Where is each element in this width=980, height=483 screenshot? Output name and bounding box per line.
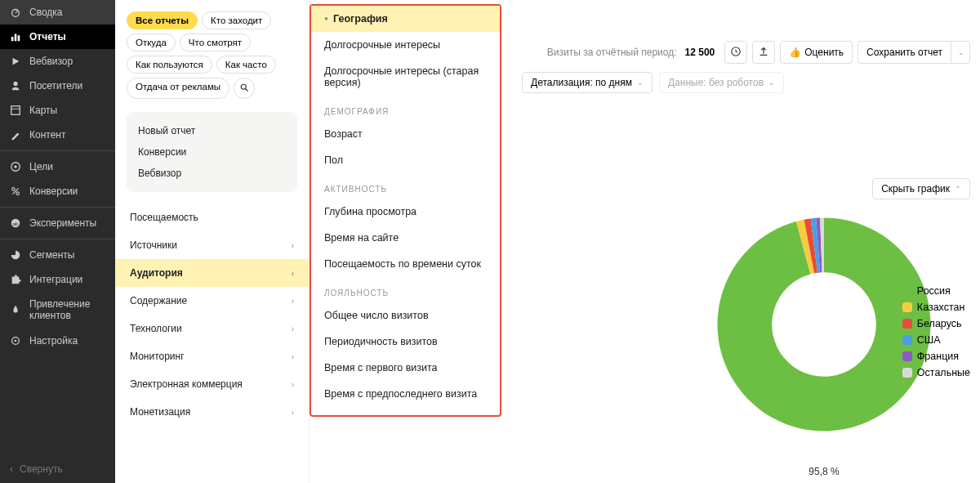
chevron-up-icon: ⌃ bbox=[955, 185, 961, 193]
visits-value: 12 500 bbox=[685, 47, 715, 58]
chevron-right-icon: › bbox=[292, 241, 294, 250]
chevron-right-icon: › bbox=[292, 324, 294, 333]
svg-rect-7 bbox=[11, 106, 20, 115]
pen-icon bbox=[10, 129, 21, 141]
chip-what[interactable]: Что смотрят bbox=[180, 34, 251, 51]
svg-marker-5 bbox=[13, 58, 20, 65]
detail-select[interactable]: Детализация: по дням⌄ bbox=[522, 72, 653, 93]
upload-icon bbox=[758, 46, 769, 60]
side-webvisor[interactable]: Вебвизор bbox=[0, 49, 115, 74]
quick-webvisor[interactable]: Вебвизор bbox=[138, 163, 286, 184]
chevron-down-icon: ⌄ bbox=[768, 78, 775, 87]
side-experiments[interactable]: abЭксперименты bbox=[0, 211, 115, 235]
pie-icon bbox=[10, 249, 21, 261]
topbar: Визиты за отчётный период: 12 500 👍Оцени… bbox=[547, 41, 970, 64]
export-button[interactable] bbox=[752, 41, 775, 64]
submenu-audience: ГеографияДолгосрочные интересыДолгосрочн… bbox=[310, 4, 501, 417]
chevron-right-icon: › bbox=[292, 380, 294, 389]
chevron-right-icon: › bbox=[292, 297, 294, 306]
layout-icon bbox=[10, 105, 21, 116]
hide-chart-button[interactable]: Скрыть график⌃ bbox=[872, 178, 970, 199]
sub-Долгосрочные интересы (старая версия)[interactable]: Долгосрочные интересы (старая версия) bbox=[311, 58, 500, 96]
chip-from[interactable]: Откуда bbox=[127, 34, 176, 51]
cat-Мониторинг[interactable]: Мониторинг› bbox=[115, 342, 309, 370]
side-collapse[interactable]: ‹Свернуть bbox=[0, 455, 115, 483]
legend-Беларусь[interactable]: Беларусь bbox=[902, 315, 970, 332]
svg-point-18 bbox=[241, 84, 246, 89]
chevron-left-icon: ‹ bbox=[10, 463, 13, 475]
legend-swatch bbox=[902, 351, 912, 361]
sub-Посещаемость по времени суток[interactable]: Посещаемость по времени суток bbox=[311, 251, 500, 277]
rate-button[interactable]: 👍Оценить bbox=[780, 41, 853, 64]
side-settings[interactable]: Настройка bbox=[0, 329, 115, 353]
side-segments[interactable]: Сегменты bbox=[0, 243, 115, 267]
chip-how[interactable]: Как пользуются bbox=[127, 56, 212, 74]
sub-Возраст[interactable]: Возраст bbox=[311, 121, 500, 147]
cat-Источники[interactable]: Источники› bbox=[115, 231, 309, 259]
side-maps[interactable]: Карты bbox=[0, 98, 115, 123]
target-icon bbox=[10, 161, 21, 172]
save-report-dropdown[interactable]: ⌄ bbox=[951, 41, 970, 64]
person-icon bbox=[10, 80, 21, 92]
cat-Аудитория[interactable]: Аудитория› bbox=[115, 259, 309, 287]
sub-Пол[interactable]: Пол bbox=[311, 147, 500, 173]
chip-search[interactable] bbox=[234, 78, 255, 99]
cat-Посещаемость[interactable]: Посещаемость bbox=[115, 203, 309, 231]
quick-new[interactable]: Новый отчет bbox=[138, 120, 286, 141]
cat-Монетизация[interactable]: Монетизация› bbox=[115, 398, 309, 426]
legend-Франция[interactable]: Франция bbox=[902, 348, 970, 364]
legend-США[interactable]: США bbox=[902, 332, 970, 348]
svg-rect-4 bbox=[18, 35, 20, 41]
legend-swatch bbox=[902, 319, 912, 329]
legend-swatch bbox=[902, 335, 912, 345]
side-integrations[interactable]: Интеграции bbox=[0, 267, 115, 292]
side-goals[interactable]: Цели bbox=[0, 154, 115, 179]
visits-label: Визиты за отчётный период: bbox=[547, 47, 677, 58]
cat-Электронная коммерция[interactable]: Электронная коммерция› bbox=[115, 370, 309, 398]
sub-Время с предпоследнего визита[interactable]: Время с предпоследнего визита bbox=[311, 381, 500, 407]
quick-box: Новый отчет Конверсии Вебвизор bbox=[127, 112, 297, 192]
save-report-button[interactable]: Сохранить отчет bbox=[858, 41, 951, 64]
sub-Долгосрочные интересы[interactable]: Долгосрочные интересы bbox=[311, 32, 500, 58]
side-summary[interactable]: Сводка bbox=[0, 0, 115, 25]
chart-legend: РоссияКазахстанБеларусьСШАФранцияОстальн… bbox=[902, 283, 970, 381]
svg-point-6 bbox=[13, 82, 17, 86]
sub-Время на сайте[interactable]: Время на сайте bbox=[311, 225, 500, 251]
sub-Время с первого визита[interactable]: Время с первого визита bbox=[311, 355, 500, 381]
legend-Россия[interactable]: Россия bbox=[902, 283, 970, 299]
sub-Общее число визитов[interactable]: Общее число визитов bbox=[311, 302, 500, 329]
chip-row: Все отчеты Кто заходит Откуда Что смотря… bbox=[115, 7, 309, 107]
hide-chart-row: Скрыть график⌃ bbox=[872, 178, 970, 199]
side-conversions[interactable]: Конверсии bbox=[0, 179, 115, 203]
chip-ads[interactable]: Отдача от рекламы bbox=[127, 78, 229, 99]
side-visitors[interactable]: Посетители bbox=[0, 74, 115, 98]
sub-География[interactable]: География bbox=[311, 6, 500, 32]
refresh-button[interactable] bbox=[724, 41, 747, 64]
chip-all[interactable]: Все отчеты bbox=[127, 11, 198, 29]
cat-Технологии[interactable]: Технологии› bbox=[115, 315, 309, 342]
sub-Глубина просмотра[interactable]: Глубина просмотра bbox=[311, 199, 500, 225]
svg-rect-2 bbox=[11, 37, 14, 41]
chip-who[interactable]: Кто заходит bbox=[202, 11, 271, 29]
svg-rect-3 bbox=[15, 34, 17, 42]
sub-Периодичность визитов[interactable]: Периодичность визитов bbox=[311, 329, 500, 355]
filter-row: Детализация: по дням⌄ Данные: без робото… bbox=[522, 72, 784, 93]
clock-icon bbox=[730, 46, 742, 60]
percent-icon bbox=[10, 186, 21, 197]
chip-often[interactable]: Как часто bbox=[216, 56, 276, 74]
quick-conv[interactable]: Конверсии bbox=[138, 141, 286, 163]
bars-icon bbox=[10, 31, 21, 42]
sidebar: Сводка Отчеты Вебвизор Посетители Карты … bbox=[0, 0, 115, 483]
sub-header: АКТИВНОСТЬ bbox=[311, 173, 500, 199]
legend-Казахстан[interactable]: Казахстан bbox=[902, 299, 970, 315]
legend-Остальные[interactable]: Остальные bbox=[902, 364, 970, 381]
side-reports[interactable]: Отчеты bbox=[0, 25, 115, 49]
svg-point-11 bbox=[12, 188, 16, 191]
side-content[interactable]: Контент bbox=[0, 123, 115, 147]
sub-header: ЛОЯЛЬНОСТЬ bbox=[311, 277, 500, 302]
side-clients[interactable]: Привлечение клиентов bbox=[0, 292, 115, 329]
reports-panel: Все отчеты Кто заходит Откуда Что смотря… bbox=[115, 0, 310, 483]
robots-select[interactable]: Данные: без роботов⌄ bbox=[659, 72, 784, 93]
cat-Содержание[interactable]: Содержание› bbox=[115, 287, 309, 315]
svg-text:ab: ab bbox=[13, 221, 19, 226]
